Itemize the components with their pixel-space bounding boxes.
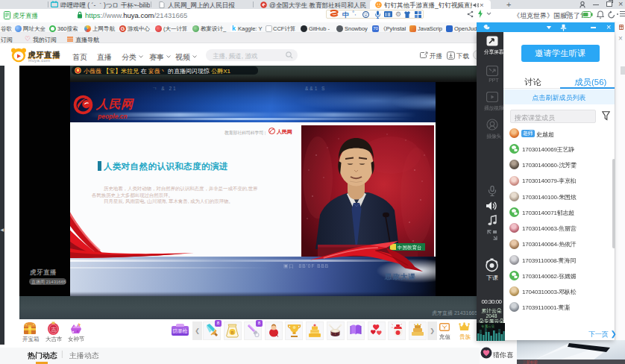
svg-text:吉: 吉 — [51, 327, 57, 333]
svg-text:B: B — [231, 330, 234, 335]
svg-text:专属云朵: 专属云朵 — [481, 324, 495, 328]
svg-text:三题标题: 三题标题 — [523, 360, 538, 364]
